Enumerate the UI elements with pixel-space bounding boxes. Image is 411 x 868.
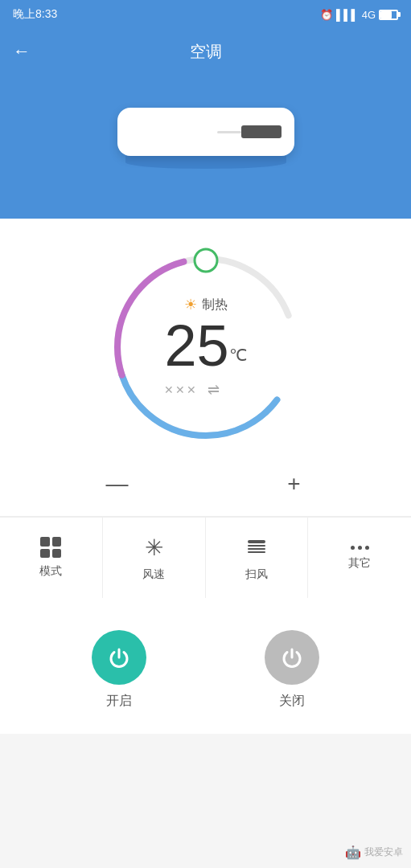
page-title: 空调: [190, 41, 222, 63]
status-icons: ⏰ ▌▌▌ 4G: [320, 9, 398, 21]
fan-icon: ✳: [145, 534, 163, 561]
status-bar: 晚上8:33 ⏰ ▌▌▌ 4G: [0, 0, 411, 29]
vent-line-1: [217, 131, 241, 133]
mode-icon: [40, 537, 61, 558]
temp-value: 25: [164, 313, 228, 378]
signal-icon: ▌▌▌: [336, 9, 359, 21]
temp-increase-button[interactable]: +: [270, 468, 319, 500]
battery-icon: [379, 10, 398, 20]
temperature-display: 25℃: [164, 317, 246, 375]
svg-rect-5: [248, 545, 265, 547]
mode-text: 制热: [202, 297, 228, 313]
sweep-label: 扫风: [245, 567, 268, 582]
power-on-item[interactable]: 开启: [92, 630, 146, 710]
power-off-item[interactable]: 关闭: [265, 630, 319, 710]
power-on-button[interactable]: [92, 630, 146, 685]
sun-icon: ☀: [184, 296, 197, 313]
fan-speed-button[interactable]: ✳ 风速: [103, 518, 206, 598]
other-label: 其它: [348, 556, 371, 571]
dial-center: ☀ 制热 25℃ ✕✕✕ ⇌: [164, 296, 246, 399]
status-time: 晚上8:33: [13, 7, 57, 22]
mode-label-text: 模式: [39, 564, 62, 579]
other-button[interactable]: 其它: [308, 518, 411, 598]
temp-info: ✕✕✕ ⇌: [164, 381, 246, 399]
svg-point-3: [195, 249, 217, 272]
temp-decrease-button[interactable]: —: [93, 468, 142, 500]
other-icon: [351, 546, 369, 550]
sweep-icon: [245, 534, 268, 561]
ac-shadow: [125, 156, 286, 169]
power-off-button[interactable]: [265, 630, 319, 685]
power-on-label: 开启: [106, 693, 132, 710]
temp-unit: ℃: [229, 346, 247, 364]
mode-label: ☀ 制热: [164, 296, 246, 313]
back-button[interactable]: ←: [13, 43, 31, 60]
ac-unit-image: [117, 108, 294, 169]
power-section: 开启 关闭: [0, 606, 411, 734]
function-grid: 模式 ✳ 风速 扫风: [0, 517, 411, 598]
network-label: 4G: [362, 9, 376, 21]
ac-panel: [241, 125, 282, 138]
power-off-label: 关闭: [279, 693, 305, 710]
svg-rect-7: [248, 551, 265, 553]
current-temp-icon: ✕✕✕: [164, 383, 198, 396]
svg-rect-6: [248, 548, 265, 550]
watermark: 🤖 我爱安卓: [345, 845, 403, 860]
power-off-icon: [279, 645, 305, 670]
page-header: ← 空调: [0, 29, 411, 74]
power-on-icon: [106, 645, 132, 670]
alarm-icon: ⏰: [320, 9, 333, 21]
fan-speed-label: 风速: [142, 567, 165, 582]
temp-buttons: — +: [93, 468, 319, 500]
sweep-button[interactable]: 扫风: [206, 518, 309, 598]
ac-image-area: [0, 74, 411, 219]
svg-rect-4: [248, 540, 265, 543]
main-content: ☀ 制热 25℃ ✕✕✕ ⇌ — +: [0, 219, 411, 734]
temp-control: ☀ 制热 25℃ ✕✕✕ ⇌ — +: [0, 219, 411, 516]
transfer-icon: ⇌: [208, 381, 220, 399]
ac-body: [117, 108, 294, 156]
dial-container[interactable]: ☀ 制热 25℃ ✕✕✕ ⇌: [101, 243, 310, 452]
mode-button[interactable]: 模式: [0, 518, 103, 598]
